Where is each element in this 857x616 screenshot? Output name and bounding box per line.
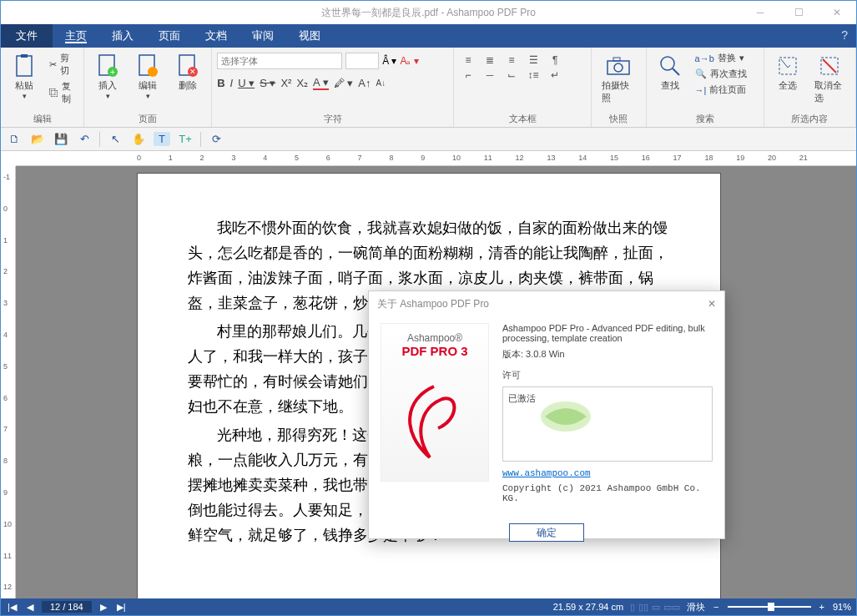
align-right-icon[interactable]: ≡ [502,54,521,66]
maximize-button[interactable]: ☐ [779,1,818,24]
char-color-icon[interactable]: Aₐ ▾ [400,55,418,67]
align-justify-icon[interactable]: ☰ [524,54,542,66]
select-all-button[interactable]: 全选 [769,51,806,93]
line-spacing-icon[interactable]: ↕≡ [524,69,542,81]
zoom-slider[interactable] [728,606,811,608]
copy-button[interactable]: ⿻复制 [46,79,78,106]
dialog-ok-button[interactable]: 确定 [509,523,584,542]
nav-prev-icon[interactable]: ◀ [25,602,35,613]
page-number-input[interactable] [42,601,92,613]
align-left-icon[interactable]: ≡ [459,54,477,66]
magnifier-icon [657,53,683,79]
svg-point-6 [148,67,158,77]
ribbon: 粘贴▾ ✂剪切 ⿻复制 编辑 + 插入▾ 编辑▾ ✕ 删除 页面 [1,48,856,128]
pointer-tool-icon[interactable]: ↖ [107,133,124,145]
svg-rect-1 [21,54,28,58]
nav-first-icon[interactable]: |◀ [6,602,18,613]
view-single-icon[interactable]: ▯ [630,602,635,613]
product-url[interactable]: www.ashampoo.com [502,468,713,478]
font-shrink-button[interactable]: A↓ [376,76,386,90]
camera-icon [605,53,632,79]
underline-button[interactable]: U ▾ [238,76,255,90]
help-icon[interactable]: ? [841,28,848,42]
svg-text:+: + [110,68,115,77]
ribbon-group-snap: 拍摄快照 快照 [592,48,646,127]
search-icon: 🔍 [695,68,707,79]
deselect-icon [816,53,843,79]
goto-page-button[interactable]: →|前往页面 [692,83,759,97]
page-dimensions: 21.59 x 27.94 cm [553,602,623,612]
replace-button[interactable]: a→b替换 ▾ [692,51,759,65]
page-edit-icon [134,53,161,79]
close-button[interactable]: ✕ [818,1,856,24]
tab-review[interactable]: 审阅 [239,24,286,48]
text-dir-icon[interactable]: ↵ [546,69,564,81]
view-cont-icon[interactable]: ▯▯ [638,602,648,613]
nav-last-icon[interactable]: ▶| [115,602,128,613]
edit-page-button[interactable]: 编辑▾ [129,51,166,102]
dialog-titlebar: 关于 Ashampoo PDF Pro ✕ [369,291,724,316]
view-facing-icon[interactable]: ▭ [652,602,660,613]
paste-button[interactable]: 粘贴▾ [6,51,43,102]
text-select-tool-icon[interactable]: T [154,132,170,146]
svg-text:✕: ✕ [189,68,196,76]
hand-tool-icon[interactable]: ✋ [130,133,147,145]
tab-home[interactable]: 主页 [53,24,99,48]
tab-view[interactable]: 视图 [286,24,333,48]
tab-document[interactable]: 文档 [193,24,239,48]
file-menu[interactable]: 文件 [1,24,53,48]
page-delete-icon: ✕ [174,53,201,79]
minimize-button[interactable]: ─ [741,1,779,24]
copy-icon: ⿻ [49,88,58,98]
strikethrough-button[interactable]: S ▾ [260,76,275,90]
statusbar: |◀ ◀ ▶ ▶| 21.59 x 27.94 cm ▯ ▯▯ ▭ ▭▭ 滑块 … [1,598,856,615]
nav-next-icon[interactable]: ▶ [98,602,108,613]
open-file-icon[interactable]: 📂 [29,133,46,145]
font-color-button[interactable]: A ▾ [313,76,329,90]
secondary-toolbar: 🗋 📂 💾 ↶ ↖ ✋ T T+ ⟳ [1,128,856,151]
cut-button[interactable]: ✂剪切 [46,51,78,78]
scissors-icon: ✂ [49,59,57,70]
italic-button[interactable]: I [230,76,234,90]
valign-mid-icon[interactable]: ─ [481,69,499,81]
window-controls: ─ ☐ ✕ [741,1,856,24]
valign-bot-icon[interactable]: ⌙ [502,69,521,81]
tab-insert[interactable]: 插入 [99,24,146,48]
snapshot-button[interactable]: 拍摄快照 [597,51,640,106]
bold-button[interactable]: B [217,76,224,90]
svg-line-17 [823,59,836,73]
license-box: 已激活 [502,386,713,462]
view-book-icon[interactable]: ▭▭ [663,602,680,613]
tab-page[interactable]: 页面 [146,24,193,48]
increase-font-icon[interactable]: Â ▾ [382,55,396,67]
subscript-button[interactable]: X₂ [296,76,308,90]
save-icon[interactable]: 💾 [53,133,69,145]
rotate-icon[interactable]: ⟳ [208,133,224,145]
ruler-horizontal: 0123456789101112131415161718192021 [16,151,856,166]
align-center-icon[interactable]: ≣ [481,54,499,66]
ribbon-group-textbox: ≡ ≣ ≡ ☰ ¶ ⌐ ─ ⌙ ↕≡ ↵ 文本框 [454,48,592,127]
ribbon-group-select: 全选 取消全选 所选内容 [764,48,856,127]
insert-page-button[interactable]: + 插入▾ [89,51,126,102]
product-version: 版本: 3.0.8 Win [502,348,713,361]
text-add-tool-icon[interactable]: T+ [177,133,194,145]
zoom-out-button[interactable]: − [712,602,720,612]
font-grow-button[interactable]: A↑ [358,76,371,90]
valign-top-icon[interactable]: ⌐ [459,69,477,81]
superscript-button[interactable]: X² [280,76,291,90]
zoom-value: 91% [833,602,851,612]
deselect-button[interactable]: 取消全选 [809,51,850,106]
undo-icon[interactable]: ↶ [76,133,93,145]
zoom-in-button[interactable]: + [818,602,826,612]
delete-page-button[interactable]: ✕ 删除 [169,51,206,93]
new-file-icon[interactable]: 🗋 [6,133,23,145]
pilcrow-icon[interactable]: ¶ [546,54,564,66]
find-again-button[interactable]: 🔍再次查找 [692,67,759,81]
highlight-button[interactable]: 🖉 ▾ [334,76,354,90]
ribbon-group-search: 查找 a→b替换 ▾ 🔍再次查找 →|前往页面 搜索 [647,48,764,127]
find-button[interactable]: 查找 [652,51,688,93]
license-label: 许可 [502,369,713,381]
dialog-close-button[interactable]: ✕ [708,298,716,310]
font-family-select[interactable] [217,53,342,69]
font-size-select[interactable] [345,53,379,69]
